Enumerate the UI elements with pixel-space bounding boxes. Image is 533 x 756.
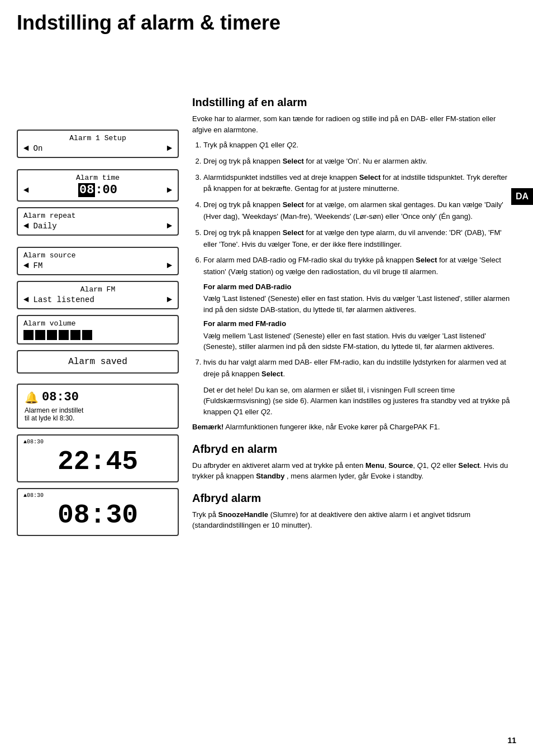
volume-bar-2 bbox=[35, 330, 45, 340]
alarm-setup-arrow-left: ◄ bbox=[23, 143, 29, 154]
alarm-active-time: 08:30 bbox=[25, 500, 171, 530]
section3-text: Tryk på SnoozeHandle (Slumre) for at dea… bbox=[192, 509, 516, 531]
step-7: hvis du har valgt alarm med DAB- eller F… bbox=[203, 357, 516, 417]
alarm-time-title: Alarm time bbox=[23, 174, 172, 182]
alarm-repeat-value: Daily bbox=[31, 222, 165, 231]
alarm-set-time: 08:30 bbox=[42, 390, 79, 404]
sub-dab-text: Vælg 'Last listened' (Seneste) eller en … bbox=[203, 293, 516, 315]
step-1: Tryk på knappen Q1 eller Q2. bbox=[203, 140, 516, 151]
sub-fm-heading: For alarm med FM-radio bbox=[203, 318, 516, 329]
alarm-volume-title: Alarm volume bbox=[23, 319, 172, 328]
alarm-volume-screen: Alarm volume bbox=[17, 315, 179, 344]
alarm-source-title: Alarm source bbox=[23, 251, 172, 260]
step-5: Drej og tryk på knappen Select for at væ… bbox=[203, 227, 516, 251]
alarm-setup-value: On bbox=[31, 144, 165, 153]
clock-time: 22:45 bbox=[25, 447, 171, 477]
alarm-set-msg2: til at lyde kl 8:30. bbox=[25, 414, 74, 422]
alarm-active-label: ▲08:30 bbox=[23, 492, 44, 499]
step-3: Alarmtidspunktet indstilles ved at dreje… bbox=[203, 172, 516, 195]
alarm-repeat-arrow-right: ► bbox=[166, 221, 172, 231]
alarm-setup-title: Alarm 1 Setup bbox=[23, 134, 172, 142]
section2-text: Du afbryder en aktiveret alarm ved at tr… bbox=[192, 460, 516, 482]
volume-bar-1 bbox=[23, 330, 34, 340]
alarm-source-screen: Alarm source ◄ FM ► bbox=[17, 247, 179, 275]
alarm-fm-screen: Alarm FM ◄ Last listened ► bbox=[17, 281, 179, 309]
alarm-source-arrow-right: ► bbox=[166, 261, 172, 271]
bell-icon: 🔔 bbox=[25, 391, 39, 404]
step-6: For alarm med DAB-radio og FM-radio skal… bbox=[203, 255, 516, 352]
volume-bar-3 bbox=[47, 330, 57, 340]
clock-alarm-label: ▲08:30 bbox=[23, 439, 44, 445]
section1-heading: Indstilling af en alarm bbox=[192, 96, 516, 109]
sub-fm-text: Vælg mellem 'Last listened' (Seneste) el… bbox=[203, 331, 516, 352]
alarm-fm-arrow-right: ► bbox=[166, 295, 172, 305]
section1-intro: Evoke har to alarmer, som kan tænde for … bbox=[192, 113, 516, 135]
alarm-time-arrow-right: ► bbox=[166, 185, 172, 195]
steps-list: Tryk på knappen Q1 eller Q2. Drej og try… bbox=[192, 140, 516, 417]
alarm-saved-screen: Alarm saved bbox=[17, 350, 179, 374]
section3-heading: Afbryd alarm bbox=[192, 492, 516, 505]
section2-heading: Afbryd en alarm bbox=[192, 443, 516, 456]
volume-bar-5 bbox=[70, 330, 80, 340]
clock-preview: ▲08:30 22:45 bbox=[17, 434, 179, 482]
alarm-fm-value: Last listened bbox=[31, 295, 165, 304]
volume-bar-6 bbox=[82, 330, 92, 340]
fullscreen-text: Det er det hele! Du kan se, om alarmen e… bbox=[203, 385, 516, 418]
sub-dab-heading: For alarm med DAB-radio bbox=[203, 281, 516, 293]
step-4: Drej og tryk på knappen Select for at væ… bbox=[203, 199, 516, 223]
alarm-set-msg1: Alarmen er indstillet bbox=[25, 406, 83, 414]
volume-bar-4 bbox=[59, 330, 69, 340]
alarm-repeat-screen: Alarm repeat ◄ Daily ► bbox=[17, 207, 179, 236]
alarm-hour: 08 bbox=[78, 183, 95, 197]
da-badge: DA bbox=[511, 188, 533, 205]
page-number: 11 bbox=[507, 736, 516, 745]
alarm-volume-bars bbox=[23, 330, 172, 340]
alarm-repeat-title: Alarm repeat bbox=[23, 212, 172, 220]
left-column: Alarm 1 Setup ◄ On ► Alarm time ◄ 08:00 … bbox=[17, 130, 179, 536]
alarm-time-screen: Alarm time ◄ 08:00 ► bbox=[17, 169, 179, 202]
alarm-saved-label: Alarm saved bbox=[68, 357, 127, 367]
alarm-set-preview: 🔔 08:30 Alarmen er indstillet til at lyd… bbox=[17, 384, 179, 429]
step-2: Drej og tryk på knappen Select for at væ… bbox=[203, 156, 516, 168]
alarm-setup-arrow-right: ► bbox=[166, 143, 172, 154]
alarm-active-preview: ▲08:30 08:30 bbox=[17, 488, 179, 536]
alarm-time-colon: : bbox=[95, 183, 102, 197]
alarm-time-value: 08:00 bbox=[31, 183, 165, 197]
alarm-time-arrow-left: ◄ bbox=[23, 185, 29, 195]
right-column: DA Indstilling af en alarm Evoke har to … bbox=[192, 96, 516, 536]
alarm-setup-screen: Alarm 1 Setup ◄ On ► bbox=[17, 130, 179, 158]
alarm-fm-title: Alarm FM bbox=[23, 285, 172, 294]
note-text: Bemærk! Alarmfunktionen fungerer ikke, n… bbox=[192, 422, 516, 433]
alarm-fm-arrow-left: ◄ bbox=[23, 295, 29, 305]
alarm-source-value: FM bbox=[31, 261, 165, 270]
alarm-minute: 00 bbox=[103, 183, 117, 197]
alarm-source-arrow-left: ◄ bbox=[23, 261, 29, 271]
page-title: Indstilling af alarm & timere bbox=[0, 0, 533, 40]
alarm-repeat-arrow-left: ◄ bbox=[23, 221, 29, 231]
